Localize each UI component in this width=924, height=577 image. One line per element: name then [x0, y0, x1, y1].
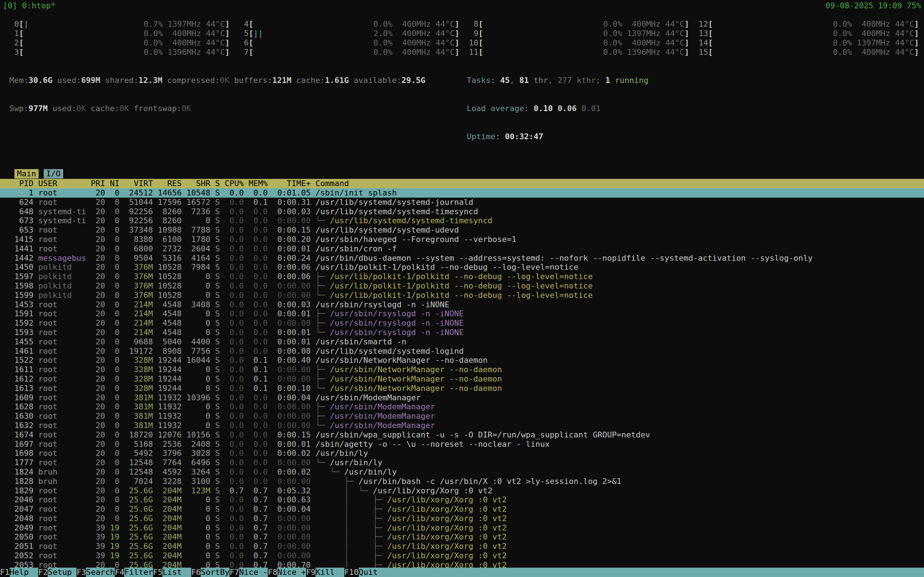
cell-state: S — [210, 365, 220, 374]
process-row-1442[interactable]: 1442messagebus200950453164164S0.00.00:00… — [0, 253, 924, 263]
tree-branch: ├─ — [315, 477, 359, 486]
fkey-label-f3[interactable]: Search — [86, 567, 115, 577]
process-row-1441[interactable]: 1441root200680027322604S0.00.00:00.01/us… — [0, 244, 924, 253]
fkey-f5[interactable]: F5 — [153, 567, 163, 577]
fkey-label-f4[interactable]: Filter — [124, 567, 153, 577]
process-row-1415[interactable]: 1415root200838061001780S0.00.00:00.20/us… — [0, 235, 924, 244]
fkey-f8[interactable]: F8 — [268, 567, 278, 577]
meter-bracket-open: [ — [478, 38, 483, 48]
process-row-1612[interactable]: 1612root200328M192440S0.00.10:00.00├─ /u… — [0, 374, 924, 384]
fkey-f6[interactable]: F6 — [191, 567, 201, 577]
column-header-pid[interactable]: PID — [0, 179, 34, 188]
cpu-meter-15: 15[0.0% 400MHz 44°C] — [699, 48, 919, 57]
process-row-1609[interactable]: 1609root200381M1193210396S0.00.00:00.04/… — [0, 393, 924, 403]
process-row-2051[interactable]: 2051root391925.6G204M0S0.00.70:00.00 │ ├… — [0, 542, 924, 551]
process-row-673[interactable]: 673systemd-ti2009225682600S0.00.00:00.00… — [0, 216, 924, 226]
process-row-1450[interactable]: 1450polkitd200376M105287984S0.00.00:00.0… — [0, 263, 924, 272]
process-row-1632[interactable]: 1632root200381M119320S0.00.00:00.00└─ /u… — [0, 421, 924, 430]
cpu-bar: | — [24, 19, 29, 29]
process-row-1591[interactable]: 1591root200214M45480S0.00.00:00.01├─ /us… — [0, 309, 924, 318]
column-header-virt[interactable]: VIRT — [120, 179, 153, 188]
cell-mem: 0.0 — [244, 402, 267, 411]
fkey-label-f6[interactable]: SortBy — [201, 567, 229, 577]
fkey-f1[interactable]: F1 — [0, 567, 10, 577]
process-row-624[interactable]: 624root200510441759616572S0.00.10:00.31/… — [0, 198, 924, 207]
cpu-id: 15 — [699, 48, 708, 57]
cell-ni: 0 — [105, 430, 120, 440]
process-row-648[interactable]: 648systemd-ti2009225682607236S0.00.00:00… — [0, 207, 924, 216]
fkey-f7[interactable]: F7 — [229, 567, 239, 577]
process-row-2053[interactable]: 2053root20025.6G204M0S0.00.70:00.70 │ ├─… — [0, 561, 924, 567]
column-header-time[interactable]: TIME+ — [268, 179, 311, 188]
column-header-user[interactable]: USER — [38, 179, 86, 188]
process-row-2046[interactable]: 2046root20025.6G204M0S0.00.70:00.63 │ ├─… — [0, 495, 924, 504]
process-row-1628[interactable]: 1628root200381M119320S0.00.00:00.00├─ /u… — [0, 402, 924, 411]
tab-main[interactable]: Main — [15, 169, 39, 179]
fkey-label-f5[interactable]: List — [162, 567, 191, 577]
fkey-f2[interactable]: F2 — [38, 567, 48, 577]
fkey-label-f9[interactable]: Kill — [315, 567, 344, 577]
process-row-1777[interactable]: 1777root2001254877646496S0.00.00:00.00└─… — [0, 458, 924, 467]
tab-io[interactable]: I/O — [44, 169, 63, 179]
process-row-1592[interactable]: 1592root200214M45480S0.00.00:00.00├─ /us… — [0, 318, 924, 328]
fkey-f4[interactable]: F4 — [115, 567, 124, 577]
column-header-mem[interactable]: MEM% — [244, 179, 267, 188]
fkey-label-f2[interactable]: Setup — [48, 567, 76, 577]
cell-time: 0:00.00 — [268, 318, 311, 328]
process-row-2047[interactable]: 2047root20025.6G204M0S0.00.70:00.04 │ ├─… — [0, 504, 924, 514]
process-row-1599[interactable]: 1599polkitd200376M105280S0.00.00:00.00└─… — [0, 291, 924, 300]
process-row-1522[interactable]: 1522root200328M1924416044S0.00.10:00.40/… — [0, 356, 924, 365]
column-header-cpu[interactable]: CPU% — [220, 179, 244, 188]
meter-segment: thr — [529, 76, 548, 85]
cell-ni: 0 — [105, 374, 120, 384]
process-row-1698[interactable]: 1698root200549237963028S0.00.00:00.02/us… — [0, 449, 924, 458]
process-row-1630[interactable]: 1630root200381M119320S0.00.00:00.00├─ /u… — [0, 411, 924, 421]
fkey-label-f7[interactable]: Nice - — [239, 567, 267, 577]
fkey-f3[interactable]: F3 — [76, 567, 86, 577]
process-row-2052[interactable]: 2052root391925.6G204M0S0.00.70:00.00 │ ├… — [0, 551, 924, 561]
process-row-1829[interactable]: 1829root20025.6G204M123MS0.70.70:05.32 │… — [0, 486, 924, 495]
process-row-1461[interactable]: 1461root2001917289087756S0.00.00:00.08/u… — [0, 347, 924, 356]
process-row-653[interactable]: 653root20037348109887788S0.00.00:00.15/u… — [0, 226, 924, 235]
cell-command: └─ /usr/lib/polkit-1/polkitd --no-debug … — [311, 291, 924, 300]
process-row-1828[interactable]: 1828bruh200702432283100S0.00.00:00.00 ├─… — [0, 477, 924, 486]
process-row-1824[interactable]: 1824bruh2001254845923264S0.00.00:00.02 └… — [0, 467, 924, 477]
process-row-1611[interactable]: 1611root200328M192440S0.00.10:00.00├─ /u… — [0, 365, 924, 374]
process-row-1453[interactable]: 1453root200214M45483408S0.00.00:00.03/us… — [0, 300, 924, 309]
fkey-label-f8[interactable]: Nice + — [277, 567, 306, 577]
fkey-label-f1[interactable]: Help — [10, 567, 38, 577]
process-row-1674[interactable]: 1674root200187201207610156S0.00.00:00.15… — [0, 430, 924, 440]
cell-state: S — [210, 458, 220, 467]
column-header-shr[interactable]: SHR — [181, 179, 210, 188]
tree-branch: └─ — [315, 458, 330, 467]
process-row-2049[interactable]: 2049root391925.6G204M0S0.00.70:00.00 │ ├… — [0, 523, 924, 533]
cell-state: S — [210, 300, 220, 309]
fkey-f9[interactable]: F9 — [306, 567, 316, 577]
column-header-command[interactable]: Command — [311, 179, 924, 188]
cell-virt: 12548 — [120, 458, 153, 467]
tree-branch: │ ├─ — [315, 495, 387, 504]
process-row-1597[interactable]: 1597polkitd200376M105280S0.00.00:00.06├─… — [0, 272, 924, 281]
fkey-label-f10[interactable]: Quit — [359, 567, 387, 577]
process-row-1613[interactable]: 1613root200328M192440S0.00.10:00.10└─ /u… — [0, 384, 924, 393]
process-row-1697[interactable]: 1697root200516825362408S0.00.00:00.01/sb… — [0, 440, 924, 449]
column-header-ni[interactable]: NI — [105, 179, 120, 188]
column-header-res[interactable]: RES — [153, 179, 181, 188]
cell-shr: 0 — [181, 532, 210, 542]
process-row-2048[interactable]: 2048root20025.6G204M0S0.00.70:00.00 │ ├─… — [0, 514, 924, 523]
command-text: /usr/lib/xorg/Xorg :0 vt2 — [387, 495, 507, 504]
process-row-1593[interactable]: 1593root200214M45480S0.00.00:00.01└─ /us… — [0, 328, 924, 337]
command-text: /usr/lib/xorg/Xorg :0 vt2 — [387, 504, 507, 514]
column-header-state[interactable]: S — [210, 179, 220, 188]
command-text: /sbin/init splash — [315, 188, 397, 197]
cell-pri: 20 — [86, 421, 105, 430]
fkey-f10[interactable]: F10 — [344, 567, 359, 577]
process-row-2050[interactable]: 2050root391925.6G204M0S0.00.70:00.00 │ ├… — [0, 532, 924, 542]
column-header-pri[interactable]: PRI — [86, 179, 105, 188]
cell-pri: 20 — [86, 384, 105, 393]
process-row-1455[interactable]: 1455root200968850404400S0.00.00:00.01/us… — [0, 337, 924, 347]
process-row-1598[interactable]: 1598polkitd200376M105280S0.00.00:00.00├─… — [0, 281, 924, 291]
process-row-1[interactable]: 1root200245121465610548S0.00.00:01.05/sb… — [0, 188, 924, 198]
cell-command: ├─ /usr/lib/polkit-1/polkitd --no-debug … — [311, 281, 924, 291]
cell-user: root — [38, 504, 86, 514]
